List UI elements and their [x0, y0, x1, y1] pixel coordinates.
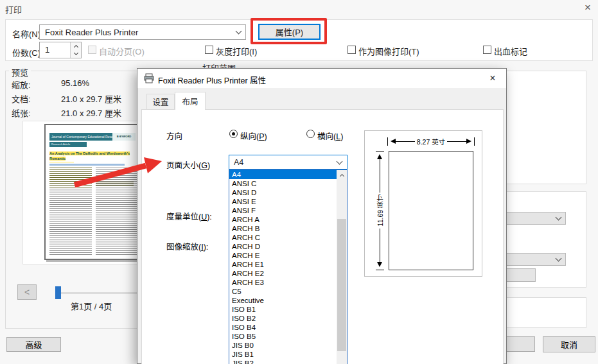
dialog-titlebar: Foxit Reader Plus Printer 属性 × [137, 69, 506, 88]
printer-properties-dialog: Foxit Reader Plus Printer 属性 × 设置 布局 方向 … [137, 68, 507, 364]
page-size-option[interactable]: ANSI D [229, 188, 337, 197]
orientation-label: 方向 [166, 130, 182, 142]
page-size-option[interactable]: A4 [229, 170, 337, 179]
tab-layout[interactable]: 布局 [175, 92, 206, 110]
thumbnail-author-line [49, 164, 125, 166]
page-size-option[interactable]: JIS B2 [229, 359, 337, 364]
page-indicator: 第1页 / 4页 [71, 300, 112, 312]
previous-page-button[interactable]: < [17, 284, 37, 300]
thumbnail-left-column [49, 168, 92, 256]
document-thumbnail: Journal of Contemporary Educational Rese… [44, 124, 141, 260]
width-dimension-arrow: 8.27 英寸 [387, 137, 475, 146]
zoom-label: 缩放: [12, 78, 31, 91]
preview-group-legend: 预览 [9, 66, 31, 78]
landscape-radio[interactable] [306, 130, 315, 138]
thumbnail-journal-band: Journal of Contemporary Educational Rese… [49, 133, 136, 141]
printer-name-label: 名称(N): [12, 28, 43, 40]
window-title: 打印 [5, 3, 22, 15]
spin-up-icon[interactable] [71, 42, 81, 50]
portrait-radio[interactable] [229, 130, 238, 138]
document-size-label: 文档: [12, 92, 31, 105]
chevron-down-icon [236, 28, 242, 35]
page-size-value: A4 [234, 158, 243, 167]
page-size-label: 页面大小(G) [166, 159, 210, 171]
page-size-option[interactable]: C5 [229, 287, 337, 296]
page-size-option[interactable]: JIS B0 [229, 341, 337, 350]
document-size-value: 21.0 x 29.7 厘米 [61, 92, 121, 105]
page-size-option[interactable]: ISO B4 [229, 323, 337, 332]
page-size-option[interactable]: JIS B1 [229, 350, 337, 359]
portrait-radio-label[interactable]: 纵向(P) [240, 130, 267, 142]
page-size-option[interactable]: Executive [229, 296, 337, 305]
printer-select[interactable]: Foxit Reader Plus Printer [39, 24, 246, 40]
print-dialog-window: 打印 × 名称(N): Foxit Reader Plus Printer 属性… [0, 0, 598, 364]
copies-value: 1 [45, 45, 49, 55]
grayscale-label: 灰度打印(I) [216, 45, 257, 57]
page-size-option[interactable]: ISO B1 [229, 305, 337, 314]
page-size-preview: 8.27 英寸 11.69 英寸 [364, 130, 482, 277]
advanced-button[interactable]: 高级 [6, 337, 61, 352]
copies-spinner[interactable] [70, 42, 81, 58]
thumbnail-right-column [96, 168, 138, 256]
measure-unit-label: 度量单位(U): [166, 210, 212, 222]
bleed-marks-checkbox[interactable] [483, 46, 491, 54]
thumbnail-logo: B·BYWORD [112, 133, 136, 141]
page-size-option[interactable]: ARCH B [229, 224, 337, 233]
chevron-down-icon [337, 158, 343, 164]
paper-size-value: 21.0 x 29.7 厘米 [61, 107, 121, 119]
print-as-image-label: 作为图像打印(T) [358, 45, 419, 57]
collate-checkbox [88, 46, 96, 54]
paper-size-label: 纸张: [12, 107, 31, 119]
page-size-option[interactable]: ARCH E1 [229, 260, 337, 269]
height-dimension-arrow: 11.69 英寸 [375, 151, 384, 270]
dropdown-scrollbar[interactable] [337, 170, 347, 364]
spin-down-icon[interactable] [71, 50, 81, 58]
scroll-up-icon[interactable] [337, 170, 347, 180]
page-size-option[interactable]: ANSI C [229, 179, 337, 188]
collate-label: 自动分页(O) [99, 45, 145, 57]
grayscale-checkbox[interactable] [205, 46, 213, 54]
page-size-option[interactable]: ANSI F [229, 206, 337, 215]
page-size-option[interactable]: ARCH E2 [229, 269, 337, 278]
printer-select-value: Foxit Reader Plus Printer [45, 28, 138, 37]
page-size-option[interactable]: ARCH C [229, 233, 337, 242]
page-size-option[interactable]: ARCH E3 [229, 278, 337, 287]
thumbnail-title: An Analysis on The Daffodils and Wordswo… [49, 151, 137, 162]
width-dimension-label: 8.27 英寸 [415, 137, 447, 146]
page-size-option[interactable]: ARCH E [229, 251, 337, 260]
page-size-preview-page [389, 151, 473, 270]
page-size-option[interactable]: ISO B2 [229, 314, 337, 323]
page-size-dropdown-list[interactable]: A4ANSI CANSI DANSI EANSI FARCH AARCH BAR… [229, 169, 347, 364]
page-size-option[interactable]: ISO B5 [229, 332, 337, 341]
zoom-value: 95.16% [61, 78, 89, 88]
printer-icon [144, 73, 154, 83]
tab-settings[interactable]: 设置 [146, 94, 175, 109]
height-dimension-label: 11.69 英寸 [375, 193, 385, 228]
page-size-option[interactable]: ANSI E [229, 197, 337, 206]
dialog-close-icon[interactable]: × [486, 71, 500, 85]
landscape-radio-label[interactable]: 横向(L) [317, 130, 343, 142]
image-zoom-label: 图像缩放(I): [166, 240, 208, 252]
copies-label: 份数(C): [12, 46, 43, 58]
copies-stepper[interactable]: 1 [39, 42, 82, 58]
scrollbar-thumb[interactable] [337, 219, 346, 351]
dialog-title: Foxit Reader Plus Printer 属性 [158, 74, 266, 86]
print-as-image-checkbox[interactable] [347, 46, 356, 54]
thumbnail-subband: Research Article [49, 142, 87, 147]
page-slider-thumb[interactable] [55, 286, 61, 299]
window-close-icon[interactable]: × [580, 1, 595, 15]
bleed-marks-label: 出血标记 [494, 45, 527, 57]
red-highlight-box [251, 18, 327, 44]
page-size-select[interactable]: A4 [229, 155, 347, 169]
page-size-option[interactable]: ARCH D [229, 242, 337, 251]
cancel-button[interactable]: 取消 [543, 336, 595, 352]
page-size-option[interactable]: ARCH A [229, 215, 337, 224]
